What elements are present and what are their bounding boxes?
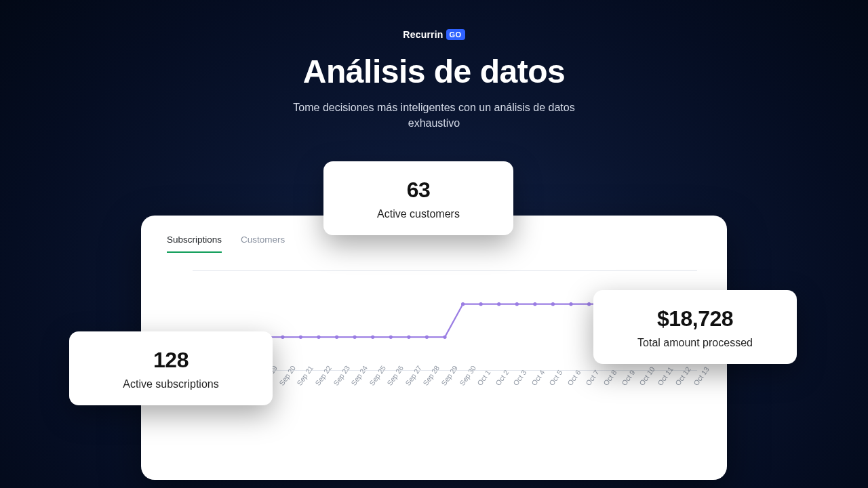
page-subtitle: Tome decisiones más inteligentes con un … [278,100,590,131]
stat-card-total-amount: $18,728 Total amount processed [593,290,797,364]
page-title: Análisis de datos [0,53,868,90]
svg-point-18 [515,302,519,306]
x-tick: Oct 8 [601,369,618,387]
x-tick: Oct 2 [494,369,510,387]
x-tick: Oct 4 [530,369,546,387]
svg-point-8 [335,336,338,339]
stat-label: Active customers [347,208,490,220]
svg-point-20 [551,302,555,306]
stat-label: Total amount processed [616,337,774,349]
x-tick: Oct 1 [475,369,492,387]
brand-badge: GO [446,29,465,40]
stat-label: Active subscriptions [92,378,250,390]
svg-point-12 [407,336,410,339]
hero: Recurrin GO Análisis de datos Tome decis… [0,28,868,131]
brand-name: Recurrin [403,29,443,40]
svg-point-17 [497,302,500,306]
svg-point-13 [425,336,429,339]
svg-point-9 [353,336,357,339]
stat-value: 63 [347,178,490,203]
x-tick: Oct 3 [511,369,528,387]
svg-point-14 [443,336,446,339]
svg-point-19 [533,302,536,306]
svg-point-6 [299,336,302,339]
x-tick: Oct 6 [566,369,582,387]
svg-point-15 [461,302,465,306]
svg-point-10 [371,336,374,339]
stat-card-active-customers: 63 Active customers [323,161,513,235]
stat-value: $18,728 [616,306,774,331]
tab-subscriptions[interactable]: Subscriptions [167,235,222,253]
svg-point-5 [281,336,284,339]
x-tick: Oct 5 [548,369,564,387]
stat-value: 128 [92,348,250,373]
tabs: SubscriptionsCustomers [167,235,701,253]
stat-card-active-subscriptions: 128 Active subscriptions [69,331,273,405]
brand-logo: Recurrin GO [403,29,465,40]
x-tick: Oct 7 [584,369,600,387]
tab-customers[interactable]: Customers [241,235,285,253]
svg-point-7 [317,336,320,339]
svg-point-11 [389,336,393,339]
svg-point-16 [479,302,483,306]
svg-point-21 [569,302,572,306]
svg-point-22 [587,302,591,306]
x-tick: Oct 9 [620,369,636,387]
